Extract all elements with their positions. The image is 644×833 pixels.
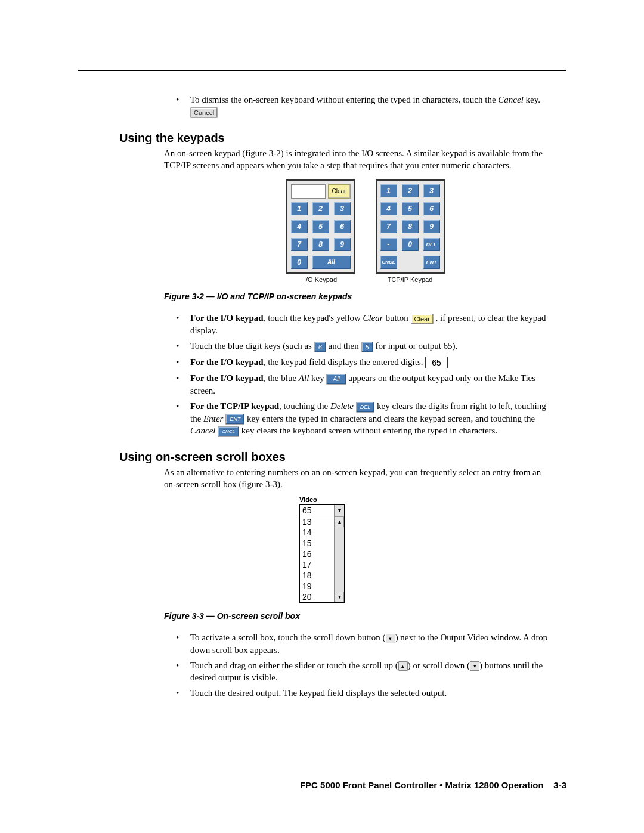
io-keypad-display [291,184,326,199]
heading-using-keypads: Using the keypads [119,131,566,145]
heading-scroll-boxes: Using on-screen scroll boxes [119,450,566,464]
digit-6-icon: 6 [314,342,326,352]
list-item[interactable]: 18 [300,570,334,581]
io-key-7[interactable]: 7 [291,238,308,251]
keypad-field-value: 65 [425,357,448,368]
bullet-tcp-keys: • For the TCP/IP keypad, touching the De… [176,400,555,437]
figure-keypads: Clear 1 2 3 4 5 6 7 8 9 0 All [164,179,566,283]
bullet-dismiss-keyboard: • To dismiss the on-screen keyboard with… [176,94,555,118]
tcp-key-0[interactable]: 0 [402,238,419,251]
digit-5-icon: 5 [361,342,373,352]
tcp-keypad-label: TCP/IP Keypad [376,276,445,283]
list-item[interactable]: 17 [300,559,334,570]
io-key-1[interactable]: 1 [291,202,308,215]
tcp-key-del[interactable]: DEL [423,238,440,251]
dropdown-arrow-icon[interactable]: ▾ [334,505,344,516]
io-keypad-clear-button[interactable]: Clear [328,184,351,199]
list-item[interactable]: 13 [300,516,334,527]
io-key-2[interactable]: 2 [312,202,329,215]
tcp-key-ent[interactable]: ENT [423,256,440,269]
bullet-io-clear: • For the I/O keypad, touch the keypad's… [176,312,555,336]
scrollbox-list: 13 14 15 16 17 18 19 20 [300,516,334,602]
bullet-touch-digits: • Touch the blue digit keys (such as 6 a… [176,340,555,352]
figure-3-2-caption: Figure 3-2 — I/O and TCP/IP on-screen ke… [164,292,566,301]
cancel-key-name: Cancel [498,95,524,104]
tcp-key-9[interactable]: 9 [423,220,440,233]
list-item[interactable]: 16 [300,549,334,559]
text: To dismiss the on-screen keyboard withou… [190,95,498,104]
io-key-4[interactable]: 4 [291,220,308,233]
bullet-io-field: • For the I/O keypad, the keypad field d… [176,356,555,369]
header-rule [78,70,566,71]
io-key-all[interactable]: All [312,256,351,269]
io-key-5[interactable]: 5 [312,220,329,233]
figure-3-3-caption: Figure 3-3 — On-screen scroll box [164,611,566,621]
tcp-key-minus[interactable]: - [380,238,397,251]
io-key-9[interactable]: 9 [334,238,351,251]
tcp-key-3[interactable]: 3 [423,184,440,197]
io-keypad-group: Clear 1 2 3 4 5 6 7 8 9 0 All [286,179,355,283]
tcp-key-7[interactable]: 7 [380,220,397,233]
list-item[interactable]: 19 [300,581,334,592]
bullet-activate-scroll: • To activate a scroll box, touch the sc… [176,631,555,656]
para-keypad-intro: An on-screen keypad (figure 3-2) is inte… [164,147,555,172]
tcp-key-2[interactable]: 2 [402,184,419,197]
list-item[interactable]: 20 [300,592,334,602]
list-item[interactable]: 15 [300,538,334,549]
io-key-3[interactable]: 3 [334,202,351,215]
tcp-key-8[interactable]: 8 [402,220,419,233]
tcp-keypad-group: 1 2 3 4 5 6 7 8 9 - 0 DEL CNCL [376,179,445,283]
para-scroll-intro: As an alternative to entering numbers on… [164,466,555,491]
del-button-icon: DEL [356,402,375,413]
tcp-key-6[interactable]: 6 [423,202,440,215]
list-item[interactable]: 14 [300,527,334,538]
bullet-io-all: • For the I/O keypad, the blue All key A… [176,372,555,397]
scroll-up-icon[interactable]: ▴ [335,516,344,527]
tcp-key-cncl[interactable]: CNCL [380,256,397,269]
down-arrow-icon: ▾ [386,634,395,643]
io-key-6[interactable]: 6 [334,220,351,233]
ent-button-icon: ENT [225,414,244,425]
scroll-down-icon[interactable]: ▾ [335,592,344,602]
up-arrow-icon: ▴ [398,661,408,671]
scrollbox-value: 65 [300,505,334,516]
scrollbox-combo[interactable]: 65 ▾ [299,504,345,516]
tcp-key-5[interactable]: 5 [402,202,419,215]
figure-scroll-box: Video 65 ▾ 13 14 15 16 17 18 19 20 ▴ [78,496,566,603]
all-button-icon: All [326,374,346,385]
page-footer: FPC 5000 Front Panel Controller • Matrix… [300,780,566,790]
text: key. [524,95,540,104]
io-key-8[interactable]: 8 [312,238,329,251]
tcp-key-1[interactable]: 1 [380,184,397,197]
io-key-0[interactable]: 0 [291,256,308,269]
down-arrow-icon: ▾ [470,661,479,671]
clear-button-icon: Clear [411,314,434,324]
cancel-button-icon: Cancel [190,107,218,118]
bullet-touch-output: • Touch the desired output. The keypad f… [176,687,555,699]
io-keypad-label: I/O Keypad [286,276,355,283]
tcp-key-4[interactable]: 4 [380,202,397,215]
scrollbox-title: Video [299,496,345,503]
cncl-button-icon: CNCL [218,426,239,437]
scroll-track[interactable] [335,527,344,592]
bullet-drag-slider: • Touch and drag on either the slider or… [176,659,555,684]
